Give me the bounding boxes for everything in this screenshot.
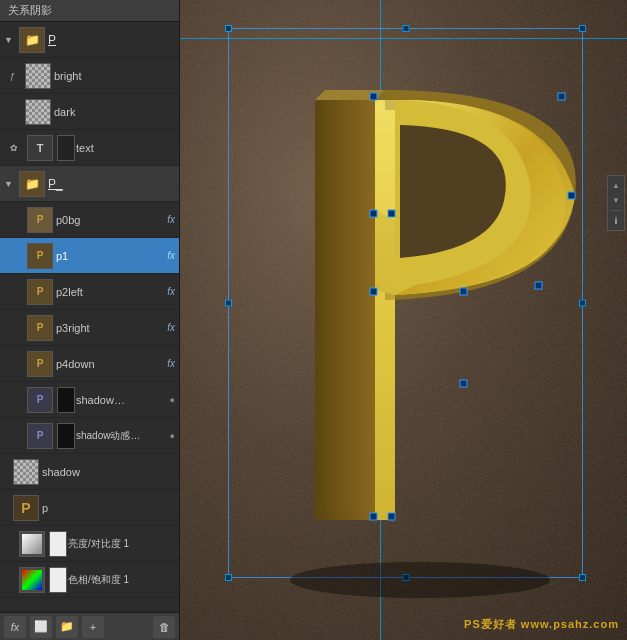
layer-name: shadow…	[76, 394, 168, 406]
p-3d-letter	[220, 10, 610, 620]
svg-rect-10	[370, 210, 377, 217]
info-btn[interactable]: i	[609, 214, 623, 228]
layer-thumb	[25, 99, 51, 125]
fx-badge: fx	[167, 214, 175, 225]
fx-button[interactable]: fx	[4, 616, 26, 638]
layer-name: shadow动感…	[76, 429, 168, 443]
layer-name: bright	[54, 70, 175, 82]
layer-name: p1	[56, 250, 165, 262]
layer-name: p2left	[56, 286, 165, 298]
layer-p1[interactable]: P p1 fx	[0, 238, 179, 274]
layer-mask	[49, 567, 67, 593]
watermark: PS爱好者 www.psahz.com	[464, 617, 619, 632]
layer-name: shadow	[42, 466, 175, 478]
layer-thumb: P	[27, 207, 53, 233]
divider	[610, 210, 622, 211]
layer-thumb: P	[27, 423, 53, 449]
layer-dark[interactable]: · dark	[0, 94, 179, 130]
panel-title: 关系阴影	[8, 3, 52, 18]
visibility-indicator: ●	[170, 395, 175, 405]
svg-rect-5	[370, 288, 377, 295]
layer-thumb	[19, 567, 45, 593]
fx-badge: fx	[167, 322, 175, 333]
fx-badge: fx	[167, 250, 175, 261]
layer-thumb	[19, 531, 45, 557]
svg-rect-4	[535, 282, 542, 289]
layer-p0bg[interactable]: P p0bg fx	[0, 202, 179, 238]
panel-header: 关系阴影	[0, 0, 179, 22]
layer-name: text	[76, 142, 175, 154]
group-button[interactable]: 📁	[56, 616, 78, 638]
expand-icon: ▼	[4, 35, 16, 45]
layer-shadow2[interactable]: shadow	[0, 454, 179, 490]
layer-thumb: P	[27, 243, 53, 269]
layer-hue[interactable]: · 色相/饱和度 1	[0, 562, 179, 598]
layer-thumb: P	[27, 279, 53, 305]
mini-panel: ▲ ▼ i	[607, 175, 625, 231]
layer-p4down[interactable]: P p4down fx	[0, 346, 179, 382]
delete-button[interactable]: 🗑	[153, 616, 175, 638]
svg-rect-6	[460, 288, 467, 295]
svg-rect-3	[568, 192, 575, 199]
layer-name: p3right	[56, 322, 165, 334]
mini-btn-2[interactable]: ▼	[609, 193, 623, 207]
svg-point-0	[290, 562, 550, 598]
layer-thumb: P	[13, 495, 39, 521]
layer-thumb	[25, 63, 51, 89]
layer-name: p4down	[56, 358, 165, 370]
layer-brightness[interactable]: · 亮度/对比度 1	[0, 526, 179, 562]
expand-icon: ·	[10, 107, 22, 117]
layer-mask	[57, 423, 75, 449]
layer-mask	[57, 135, 75, 161]
layer-p3right[interactable]: P p3right fx	[0, 310, 179, 346]
expand-icon: ƒ	[10, 71, 22, 81]
svg-rect-2	[558, 93, 565, 100]
layer-thumb: T	[27, 135, 53, 161]
layers-panel: 关系阴影 ▼ 📁 P ƒ bright · dark ✿ T text	[0, 0, 180, 640]
layer-shadow1[interactable]: P shadow… ●	[0, 382, 179, 418]
layer-thumb	[13, 459, 39, 485]
layer-group-p[interactable]: ▼ 📁 P	[0, 22, 179, 58]
expand-icon: ·	[4, 539, 16, 549]
expand-icon: ▼	[4, 179, 16, 189]
layer-name: P	[48, 33, 175, 47]
layer-mask	[57, 387, 75, 413]
layer-mask	[49, 531, 67, 557]
layer-thumb: 📁	[19, 171, 45, 197]
layer-toolbar: fx ⬜ 📁 + 🗑	[0, 612, 179, 640]
mini-btn-1[interactable]: ▲	[609, 178, 623, 192]
visibility-indicator2: ●	[170, 431, 175, 441]
fx-badge: fx	[167, 286, 175, 297]
layer-name: p0bg	[56, 214, 165, 226]
layer-list[interactable]: ▼ 📁 P ƒ bright · dark ✿ T text ▼ 📁 P_	[0, 22, 179, 612]
layer-shadow-motion[interactable]: P shadow动感… ●	[0, 418, 179, 454]
svg-rect-11	[388, 210, 395, 217]
expand-icon: ·	[4, 575, 16, 585]
layer-thumb: 📁	[19, 27, 45, 53]
layer-thumb: P	[27, 387, 53, 413]
layer-thumb: P	[27, 315, 53, 341]
mask-button[interactable]: ⬜	[30, 616, 52, 638]
layer-group-p2[interactable]: ▼ 📁 P_	[0, 166, 179, 202]
new-layer-button[interactable]: +	[82, 616, 104, 638]
layer-p-single[interactable]: P p	[0, 490, 179, 526]
fx-badge: fx	[167, 358, 175, 369]
svg-rect-1	[370, 93, 377, 100]
layer-p2left[interactable]: P p2left fx	[0, 274, 179, 310]
layer-name: p	[42, 502, 175, 514]
svg-rect-7	[370, 513, 377, 520]
layer-name: 色相/饱和度 1	[68, 573, 175, 587]
layer-thumb: P	[27, 351, 53, 377]
layer-bright[interactable]: ƒ bright	[0, 58, 179, 94]
sun-icon: ✿	[10, 143, 24, 153]
canvas-area: ▲ ▼ i PS爱好者 www.psahz.com	[180, 0, 627, 640]
layer-name: P_	[48, 177, 175, 191]
watermark-text: PS爱好者 www.psahz.com	[464, 618, 619, 630]
layer-name: 亮度/对比度 1	[68, 537, 175, 551]
svg-rect-8	[388, 513, 395, 520]
svg-rect-9	[460, 380, 467, 387]
layer-name: dark	[54, 106, 175, 118]
layer-text[interactable]: ✿ T text	[0, 130, 179, 166]
canvas-background: ▲ ▼ i PS爱好者 www.psahz.com	[180, 0, 627, 640]
